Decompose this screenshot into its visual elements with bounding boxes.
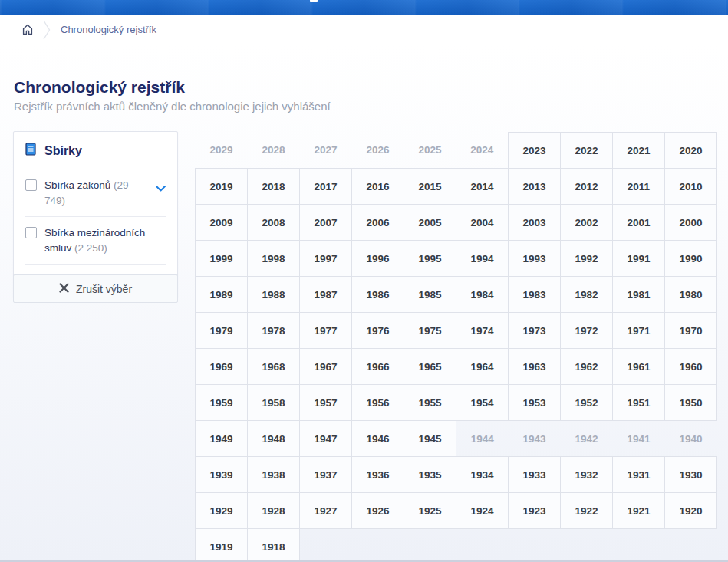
year-cell-1955[interactable]: 1955: [404, 385, 456, 421]
checkbox-sbirka-mezinarodnich-smluv[interactable]: [25, 227, 37, 238]
year-cell-1996[interactable]: 1996: [352, 241, 404, 277]
year-cell-2018[interactable]: 2018: [248, 169, 300, 205]
year-cell-1930[interactable]: 1930: [665, 457, 717, 493]
year-cell-1948[interactable]: 1948: [248, 421, 300, 457]
year-cell-1983[interactable]: 1983: [509, 277, 561, 313]
year-cell-1975[interactable]: 1975: [404, 313, 456, 349]
year-cell-1970[interactable]: 1970: [665, 313, 717, 349]
year-cell-1987[interactable]: 1987: [300, 277, 352, 313]
year-cell-1959[interactable]: 1959: [196, 385, 248, 421]
year-cell-1931[interactable]: 1931: [613, 457, 665, 493]
year-cell-1988[interactable]: 1988: [248, 277, 300, 313]
clear-selection-button[interactable]: Zrušit výběr: [13, 274, 178, 303]
year-cell-1973[interactable]: 1973: [509, 313, 561, 349]
year-cell-1924[interactable]: 1924: [456, 493, 509, 529]
year-cell-1954[interactable]: 1954: [456, 385, 509, 421]
filter-item-sbirka-zakonu[interactable]: Sbírka zákonů (29 749): [25, 169, 166, 217]
year-cell-1933[interactable]: 1933: [509, 457, 561, 493]
year-cell-1976[interactable]: 1976: [352, 313, 404, 349]
year-cell-2012[interactable]: 2012: [561, 169, 613, 205]
year-cell-1923[interactable]: 1923: [509, 493, 561, 529]
year-cell-1949[interactable]: 1949: [196, 421, 248, 457]
year-cell-1936[interactable]: 1936: [352, 457, 404, 493]
year-cell-2017[interactable]: 2017: [300, 169, 352, 205]
year-cell-1986[interactable]: 1986: [352, 277, 404, 313]
year-cell-1981[interactable]: 1981: [613, 277, 665, 313]
year-cell-1979[interactable]: 1979: [196, 313, 248, 349]
year-cell-1992[interactable]: 1992: [561, 241, 613, 277]
year-cell-2019[interactable]: 2019: [196, 169, 248, 205]
year-cell-1926[interactable]: 1926: [352, 493, 404, 529]
year-cell-2020[interactable]: 2020: [665, 133, 717, 169]
year-cell-1984[interactable]: 1984: [456, 277, 509, 313]
filter-item-sbirka-mezinarodnich-smluv[interactable]: Sbírka mezinárodních smluv (2 250): [25, 217, 166, 265]
year-cell-1994[interactable]: 1994: [456, 241, 509, 277]
year-cell-1990[interactable]: 1990: [665, 241, 717, 277]
year-cell-2008[interactable]: 2008: [248, 205, 300, 241]
year-cell-2016[interactable]: 2016: [352, 169, 404, 205]
year-cell-1991[interactable]: 1991: [613, 241, 665, 277]
year-cell-2004[interactable]: 2004: [456, 205, 509, 241]
year-cell-1974[interactable]: 1974: [456, 313, 509, 349]
year-cell-2002[interactable]: 2002: [561, 205, 613, 241]
year-cell-2021[interactable]: 2021: [613, 133, 665, 169]
year-cell-1965[interactable]: 1965: [404, 349, 456, 385]
year-cell-1993[interactable]: 1993: [509, 241, 561, 277]
year-cell-2000[interactable]: 2000: [665, 205, 717, 241]
year-cell-1968[interactable]: 1968: [248, 349, 300, 385]
year-cell-1946[interactable]: 1946: [352, 421, 404, 457]
year-cell-1920[interactable]: 1920: [665, 493, 717, 529]
year-cell-1922[interactable]: 1922: [561, 493, 613, 529]
year-cell-1961[interactable]: 1961: [613, 349, 665, 385]
year-cell-1927[interactable]: 1927: [300, 493, 352, 529]
year-cell-1939[interactable]: 1939: [196, 457, 248, 493]
year-cell-1960[interactable]: 1960: [665, 349, 717, 385]
year-cell-1928[interactable]: 1928: [248, 493, 300, 529]
year-cell-1967[interactable]: 1967: [300, 349, 352, 385]
year-cell-1998[interactable]: 1998: [248, 241, 300, 277]
year-cell-2013[interactable]: 2013: [509, 169, 561, 205]
year-cell-1977[interactable]: 1977: [300, 313, 352, 349]
year-cell-1966[interactable]: 1966: [352, 349, 404, 385]
year-cell-2022[interactable]: 2022: [561, 133, 613, 169]
year-cell-1972[interactable]: 1972: [561, 313, 613, 349]
year-cell-1935[interactable]: 1935: [404, 457, 456, 493]
year-cell-1964[interactable]: 1964: [456, 349, 509, 385]
year-cell-1921[interactable]: 1921: [613, 493, 665, 529]
year-cell-2011[interactable]: 2011: [613, 169, 665, 205]
year-cell-1919[interactable]: 1919: [196, 529, 248, 562]
year-cell-1963[interactable]: 1963: [509, 349, 561, 385]
year-cell-2010[interactable]: 2010: [665, 169, 717, 205]
year-cell-1934[interactable]: 1934: [456, 457, 509, 493]
year-cell-1957[interactable]: 1957: [300, 385, 352, 421]
year-cell-1951[interactable]: 1951: [613, 385, 665, 421]
year-cell-1918[interactable]: 1918: [248, 529, 300, 562]
year-cell-1999[interactable]: 1999: [196, 241, 248, 277]
year-cell-1969[interactable]: 1969: [196, 349, 248, 385]
year-cell-1947[interactable]: 1947: [300, 421, 352, 457]
year-cell-1989[interactable]: 1989: [196, 277, 248, 313]
year-cell-2015[interactable]: 2015: [404, 169, 456, 205]
checkbox-sbirka-zakonu[interactable]: [25, 179, 37, 191]
year-cell-1962[interactable]: 1962: [561, 349, 613, 385]
year-cell-1958[interactable]: 1958: [248, 385, 300, 421]
year-cell-1956[interactable]: 1956: [352, 385, 404, 421]
year-cell-1997[interactable]: 1997: [300, 241, 352, 277]
year-cell-2005[interactable]: 2005: [404, 205, 456, 241]
year-cell-1980[interactable]: 1980: [665, 277, 717, 313]
year-cell-1932[interactable]: 1932: [561, 457, 613, 493]
year-cell-2023[interactable]: 2023: [509, 133, 561, 169]
home-icon[interactable]: [21, 23, 34, 36]
year-cell-1995[interactable]: 1995: [404, 241, 456, 277]
chevron-down-icon[interactable]: [156, 181, 166, 196]
year-cell-1952[interactable]: 1952: [561, 385, 613, 421]
year-cell-1953[interactable]: 1953: [509, 385, 561, 421]
year-cell-1925[interactable]: 1925: [404, 493, 456, 529]
year-cell-1982[interactable]: 1982: [561, 277, 613, 313]
year-cell-1950[interactable]: 1950: [665, 385, 717, 421]
year-cell-2001[interactable]: 2001: [613, 205, 665, 241]
year-cell-2009[interactable]: 2009: [196, 205, 248, 241]
year-cell-1945[interactable]: 1945: [404, 421, 456, 457]
year-cell-1985[interactable]: 1985: [404, 277, 456, 313]
year-cell-2003[interactable]: 2003: [509, 205, 561, 241]
